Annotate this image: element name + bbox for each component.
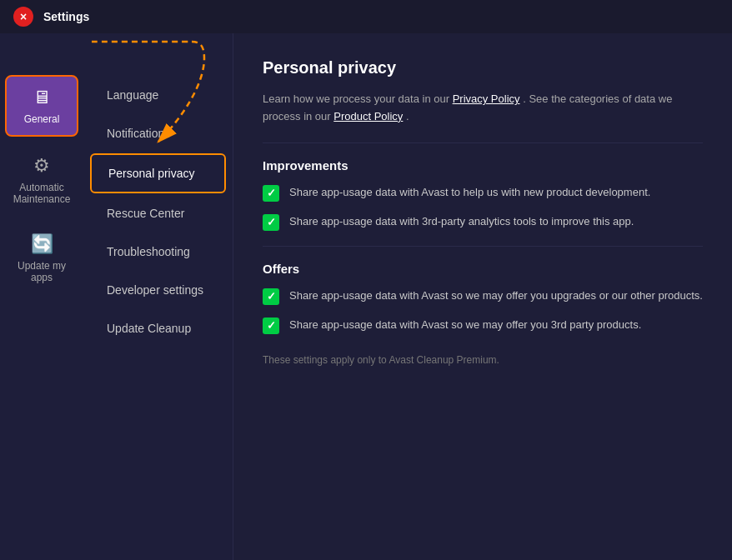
nav-item-notifications[interactable]: Notifications: [90, 115, 226, 152]
main-content: Personal privacy Learn how we process yo…: [233, 33, 732, 560]
offers-section: Offers Share app-usage data with Avast s…: [263, 262, 703, 334]
sidebar-item-automatic-maintenance[interactable]: ⚙ Automatic Maintenance: [5, 145, 78, 215]
checkbox-item-2[interactable]: Share app-usage data with 3rd-party anal…: [263, 213, 703, 231]
checkbox-item-1[interactable]: Share app-usage data with Avast to help …: [263, 184, 703, 202]
nav-item-update-cleanup[interactable]: Update Cleanup: [90, 310, 226, 347]
offers-divider: [263, 246, 703, 247]
close-button[interactable]: ×: [13, 7, 33, 27]
nav-item-language[interactable]: Language: [90, 77, 226, 113]
nav-item-personal-privacy[interactable]: Personal privacy: [90, 153, 226, 193]
checkbox-checked-icon-1[interactable]: [263, 185, 279, 202]
sidebar-item-label: Automatic Maintenance: [10, 182, 73, 205]
checkbox-item-4[interactable]: Share app-usage data with Avast so we ma…: [263, 317, 703, 334]
checkbox-checked-icon-3[interactable]: [263, 288, 279, 305]
sidebar-item-label: General: [24, 113, 60, 125]
offers-title: Offers: [263, 262, 703, 276]
checkbox-label-2: Share app-usage data with 3rd-party anal…: [289, 213, 634, 230]
sidebar-item-label: Update my apps: [10, 260, 73, 283]
section-divider: [263, 142, 703, 143]
sidebar-item-general[interactable]: 🖥 General: [5, 75, 78, 137]
maintenance-icon: ⚙: [33, 155, 50, 177]
footer-note: These settings apply only to Avast Clean…: [263, 354, 703, 366]
checkbox-item-3[interactable]: Share app-usage data with Avast so we ma…: [263, 288, 703, 305]
checkbox-checked-icon-2[interactable]: [263, 214, 279, 231]
general-icon: 🖥: [33, 87, 51, 108]
sidebar: 🖥 General ⚙ Automatic Maintenance 🔄 Upda…: [0, 33, 83, 560]
page-title: Personal privacy: [263, 58, 703, 78]
middle-nav: Language Notifications Personal privacy …: [83, 33, 233, 560]
product-policy-link[interactable]: Product Policy: [333, 110, 403, 122]
app-title: Settings: [43, 10, 89, 23]
privacy-policy-link[interactable]: Privacy Policy: [453, 92, 520, 105]
title-bar: × Settings: [0, 0, 732, 33]
improvements-section: Improvements Share app-usage data with A…: [263, 158, 703, 231]
description-text: Learn how we process your data in our Pr…: [263, 91, 703, 126]
checkbox-label-3: Share app-usage data with Avast so we ma…: [289, 288, 703, 304]
nav-item-rescue-center[interactable]: Rescue Center: [90, 195, 226, 232]
improvements-title: Improvements: [263, 158, 703, 172]
checkbox-label-1: Share app-usage data with Avast to help …: [289, 184, 650, 201]
update-icon: 🔄: [31, 233, 53, 255]
nav-item-developer-settings[interactable]: Developer settings: [90, 272, 226, 308]
checkbox-label-4: Share app-usage data with Avast so we ma…: [289, 317, 641, 333]
description-prefix: Learn how we process your data in our: [263, 92, 453, 105]
nav-item-troubleshooting[interactable]: Troubleshooting: [90, 233, 226, 270]
checkbox-checked-icon-4[interactable]: [263, 318, 279, 334]
sidebar-item-update-apps[interactable]: 🔄 Update my apps: [5, 223, 78, 293]
